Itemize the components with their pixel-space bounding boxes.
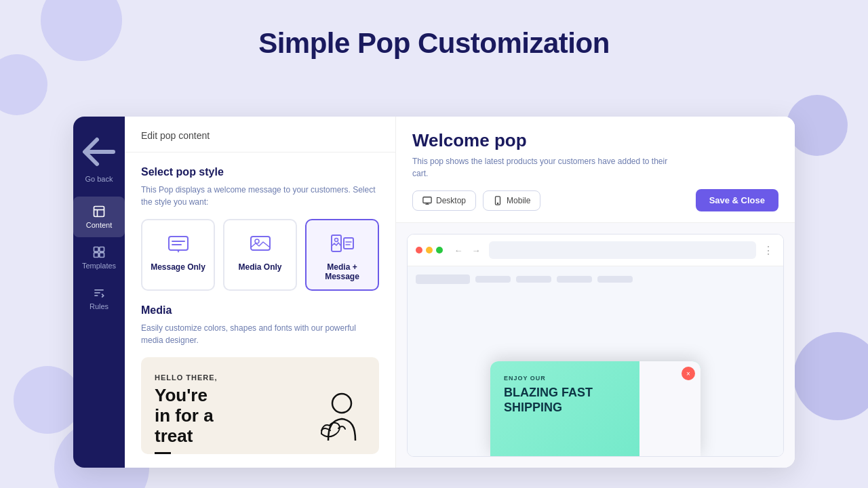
svg-rect-3	[94, 247, 99, 252]
browser-minimize-dot	[426, 247, 433, 253]
svg-point-16	[334, 239, 338, 242]
sidebar-item-rules[interactable]: Rules	[73, 278, 125, 319]
skeleton-logo	[416, 274, 470, 284]
left-panel-header: Edit pop content	[125, 117, 395, 152]
browser-address-bar[interactable]	[489, 241, 756, 259]
popup-overlay: × ENJOY OUR BLAZING FAST SHIPPING	[490, 361, 701, 456]
skeleton-nav	[416, 274, 775, 284]
content-icon	[92, 205, 106, 218]
media-only-icon	[248, 231, 273, 256]
media-desc: Easily customize colors, shapes and font…	[141, 322, 379, 346]
mobile-view-button[interactable]: Mobile	[483, 190, 540, 211]
bg-decoration	[787, 95, 848, 156]
svg-rect-10	[169, 237, 188, 250]
svg-rect-21	[423, 197, 431, 203]
media-message-icon	[330, 231, 355, 256]
mobile-icon	[493, 196, 502, 205]
right-panel: Welcome pop This pop shows the latest pr…	[396, 117, 795, 468]
svg-point-14	[255, 239, 259, 243]
svg-rect-17	[344, 238, 353, 249]
message-only-label: Message Only	[151, 262, 205, 272]
desktop-label: Desktop	[436, 196, 466, 205]
style-card-message-only[interactable]: Message Only	[141, 219, 215, 291]
browser-mockup: ← → ⋮	[407, 234, 784, 457]
mobile-label: Mobile	[507, 196, 530, 205]
pop-style-title: Select pop style	[141, 166, 379, 178]
browser-nav: ← →	[451, 243, 484, 258]
browser-menu-icon: ⋮	[762, 244, 775, 257]
bg-decoration	[793, 332, 868, 420]
browser-content: × ENJOY OUR BLAZING FAST SHIPPING	[408, 266, 783, 456]
header-actions: Desktop Mobile Save & Close	[412, 189, 778, 211]
welcome-desc: This pop shows the latest products your …	[412, 155, 670, 180]
bg-decoration	[14, 366, 81, 434]
back-arrow-icon	[79, 131, 119, 172]
browser-forward-button[interactable]: →	[469, 243, 484, 258]
media-hello-text: HELLO THERE,	[155, 373, 366, 382]
go-back-button[interactable]: Go back	[73, 123, 125, 191]
close-icon: ×	[686, 370, 690, 378]
svg-rect-0	[94, 207, 104, 217]
svg-point-20	[332, 394, 351, 413]
page-title-area: Simple Pop Customization	[0, 0, 868, 80]
skeleton-nav-2	[516, 276, 551, 283]
browser-bar: ← → ⋮	[408, 235, 783, 266]
skeleton-nav-1	[475, 276, 511, 283]
page-skeleton	[408, 266, 783, 299]
media-only-label: Media Only	[238, 262, 281, 272]
style-card-media-message[interactable]: Media + Message	[305, 219, 379, 291]
edit-pop-content-label: Edit pop content	[141, 130, 210, 141]
pop-style-section: Select pop style This Pop displays a wel…	[125, 152, 395, 304]
svg-rect-5	[94, 253, 99, 258]
left-panel: Edit pop content Select pop style This P…	[125, 117, 396, 468]
browser-dots	[416, 247, 443, 253]
browser-maximize-dot	[436, 247, 443, 253]
message-only-icon	[166, 231, 191, 256]
svg-rect-6	[100, 253, 104, 258]
browser-close-dot	[416, 247, 422, 253]
desktop-icon	[422, 196, 432, 205]
pop-style-desc: This Pop displays a welcome message to y…	[141, 184, 379, 208]
svg-rect-13	[251, 237, 270, 250]
skeleton-nav-4	[597, 276, 633, 283]
sidebar-rules-label: Rules	[90, 302, 108, 310]
media-dash	[155, 452, 171, 454]
sidebar-templates-label: Templates	[82, 262, 116, 270]
sidebar: Go back Content Templates	[73, 117, 125, 468]
popup-close-button[interactable]: ×	[682, 367, 695, 380]
media-message-label: Media + Message	[315, 262, 370, 281]
svg-rect-4	[100, 247, 104, 252]
svg-point-25	[497, 203, 498, 203]
style-card-media-only[interactable]: Media Only	[223, 219, 297, 291]
browser-back-button[interactable]: ←	[451, 243, 466, 258]
skeleton-nav-3	[557, 276, 592, 283]
desktop-view-button[interactable]: Desktop	[412, 190, 476, 211]
page-title: Simple Pop Customization	[0, 27, 868, 60]
save-close-button[interactable]: Save & Close	[696, 189, 778, 211]
svg-rect-15	[332, 235, 341, 251]
rules-icon	[92, 286, 106, 300]
go-back-label: Go back	[85, 175, 113, 183]
sidebar-content-label: Content	[86, 221, 113, 229]
right-panel-header: Welcome pop This pop shows the latest pr…	[396, 117, 795, 223]
welcome-title: Welcome pop	[412, 130, 778, 151]
templates-icon	[92, 245, 106, 259]
media-preview: HELLO THERE, You're in for a treat	[141, 357, 379, 454]
media-title: Media	[141, 304, 379, 317]
app-container: Go back Content Templates	[73, 117, 795, 468]
media-section: Media Easily customize colors, shapes an…	[125, 304, 395, 468]
sidebar-item-templates[interactable]: Templates	[73, 237, 125, 278]
style-cards-container: Message Only Media Only	[141, 219, 379, 291]
sidebar-item-content[interactable]: Content	[73, 197, 125, 237]
media-figure	[304, 386, 366, 454]
